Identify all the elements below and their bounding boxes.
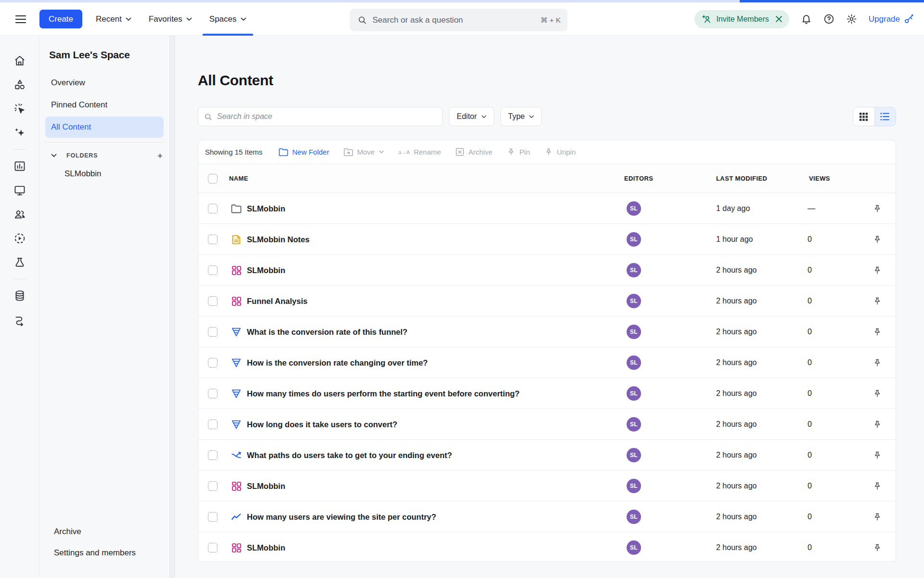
row-checkbox[interactable] [208, 543, 218, 552]
row-checkbox[interactable] [208, 420, 218, 429]
pin-button[interactable] [872, 264, 883, 276]
row-name-link[interactable]: How many times do users perform the star… [247, 378, 520, 409]
rail-item-data-flow[interactable] [13, 313, 26, 327]
toolbar-action-move[interactable]: Move [344, 148, 384, 157]
row-name-link[interactable]: SLMobbin [247, 255, 285, 286]
column-header-last-modified[interactable]: LAST MODIFIED [716, 175, 767, 182]
rail-item-home[interactable] [13, 54, 26, 67]
space-search-placeholder: Search in space [217, 112, 272, 121]
sidebar-item-archive[interactable]: Archive [39, 521, 169, 542]
notifications-button[interactable] [801, 13, 812, 25]
pin-button[interactable] [872, 295, 883, 307]
row-checkbox[interactable] [208, 327, 218, 337]
row-checkbox[interactable] [208, 358, 218, 368]
create-button[interactable]: Create [39, 10, 82, 28]
table-row[interactable]: What is the conversion rate of this funn… [198, 316, 896, 347]
row-checkbox[interactable] [208, 235, 218, 244]
row-checkbox[interactable] [208, 450, 218, 460]
row-name-link[interactable]: What paths do users take to get to your … [247, 440, 452, 471]
row-name-link[interactable]: SLMobbin [247, 193, 285, 224]
invite-dismiss-button[interactable] [775, 15, 783, 23]
add-folder-button[interactable]: + [157, 151, 163, 160]
type-filter-dropdown[interactable]: Type [500, 107, 542, 126]
table-row[interactable]: How is the conversion rate changing over… [198, 347, 896, 378]
sidebar-folder-slmobbin[interactable]: SLMobbin [39, 164, 169, 184]
table-row[interactable]: SLMobbin SL 2 hours ago 0 [198, 255, 896, 286]
nav-menu-favorites[interactable]: Favorites [140, 2, 201, 36]
rail-item-session-replay[interactable] [13, 232, 26, 245]
row-name-link[interactable]: SLMobbin [247, 532, 285, 562]
row-name-link[interactable]: SLMobbin [247, 471, 285, 501]
bar-chart-icon [13, 160, 26, 172]
editor-filter-dropdown[interactable]: Editor [449, 107, 494, 126]
table-row[interactable]: What paths do users take to get to your … [198, 440, 896, 471]
sidebar-scrollbar-track[interactable] [169, 36, 175, 578]
table-row[interactable]: How long does it take users to convert? … [198, 409, 896, 440]
table-row[interactable]: SLMobbin SL 2 hours ago 0 [198, 532, 896, 562]
rail-item-users[interactable] [13, 208, 26, 221]
rail-item-sparkles[interactable] [13, 126, 26, 140]
pin-button[interactable] [872, 511, 883, 523]
row-checkbox[interactable] [208, 389, 218, 398]
pin-button[interactable] [872, 449, 883, 461]
row-checkbox[interactable] [208, 512, 218, 522]
folders-collapse-chevron-icon[interactable] [51, 154, 57, 158]
sidebar-item-pinned-content[interactable]: Pinned Content [45, 94, 164, 116]
toolbar-action-archive[interactable]: Archive [455, 147, 492, 157]
rail-item-shapes[interactable] [13, 78, 26, 92]
space-search-input[interactable]: Search in space [198, 107, 443, 126]
sidebar-item-all-content[interactable]: All Content [45, 117, 164, 138]
pin-button[interactable] [872, 542, 883, 553]
row-name-link[interactable]: How long does it take users to convert? [247, 409, 398, 440]
global-search-input[interactable]: Search or ask a question ⌘ + K [350, 9, 567, 31]
help-button[interactable] [823, 13, 834, 25]
pin-button[interactable] [872, 234, 883, 245]
row-name-link[interactable]: How many users are viewing the site per … [247, 501, 436, 532]
row-checkbox[interactable] [208, 265, 218, 275]
toolbar-action-new-folder[interactable]: New Folder [279, 148, 329, 157]
list-view-button[interactable] [874, 107, 896, 126]
nav-menu-spaces[interactable]: Spaces [201, 2, 255, 36]
pin-button[interactable] [872, 203, 883, 214]
column-header-name[interactable]: NAME [229, 175, 248, 182]
pin-button[interactable] [872, 388, 883, 399]
table-row[interactable]: SLMobbin Notes SL 1 hour ago 0 [198, 224, 896, 255]
sidebar-item-overview[interactable]: Overview [45, 72, 164, 93]
toolbar-action-pin[interactable]: Pin [507, 147, 530, 157]
editor-avatar: SL [627, 479, 641, 493]
upgrade-button[interactable]: Upgrade [869, 13, 914, 25]
row-checkbox[interactable] [208, 204, 218, 213]
pin-button[interactable] [872, 480, 883, 492]
table-row[interactable]: How many users are viewing the site per … [198, 501, 896, 532]
select-all-checkbox[interactable] [208, 174, 218, 184]
rail-item-experiment[interactable] [13, 256, 26, 269]
nav-menu-recent[interactable]: Recent [87, 2, 140, 36]
row-last-modified: 2 hours ago [716, 440, 757, 471]
invite-members-button[interactable]: Invite Members [694, 10, 789, 28]
row-checkbox[interactable] [208, 481, 218, 491]
pin-button[interactable] [872, 419, 883, 430]
toolbar-action-unpin[interactable]: Unpin [544, 147, 576, 157]
rail-item-monitor[interactable] [13, 184, 26, 197]
table-row[interactable]: SLMobbin SL 1 day ago — [198, 193, 896, 224]
pin-button[interactable] [872, 357, 883, 368]
row-name-link[interactable]: Funnel Analysis [247, 286, 308, 316]
column-header-views[interactable]: VIEWS [809, 175, 830, 182]
table-row[interactable]: How many times do users perform the star… [198, 378, 896, 409]
row-name-link[interactable]: SLMobbin Notes [247, 224, 309, 255]
row-checkbox[interactable] [208, 296, 218, 306]
row-name-link[interactable]: What is the conversion rate of this funn… [247, 316, 408, 347]
settings-button[interactable] [846, 13, 857, 25]
row-name-link[interactable]: How is the conversion rate changing over… [247, 347, 428, 378]
hamburger-menu-button[interactable] [13, 11, 29, 27]
table-row[interactable]: SLMobbin SL 2 hours ago 0 [198, 471, 896, 501]
rail-item-cursor-click[interactable] [13, 102, 26, 116]
pin-button[interactable] [872, 326, 883, 338]
sidebar-item-settings-members[interactable]: Settings and members [39, 542, 169, 564]
rail-item-bar-chart[interactable] [13, 159, 26, 173]
rail-item-database[interactable] [13, 289, 26, 302]
grid-view-button[interactable] [853, 107, 874, 126]
column-header-editors[interactable]: EDITORS [624, 175, 653, 182]
table-row[interactable]: Funnel Analysis SL 2 hours ago 0 [198, 286, 896, 316]
toolbar-action-rename[interactable]: a→ARename [398, 148, 441, 156]
